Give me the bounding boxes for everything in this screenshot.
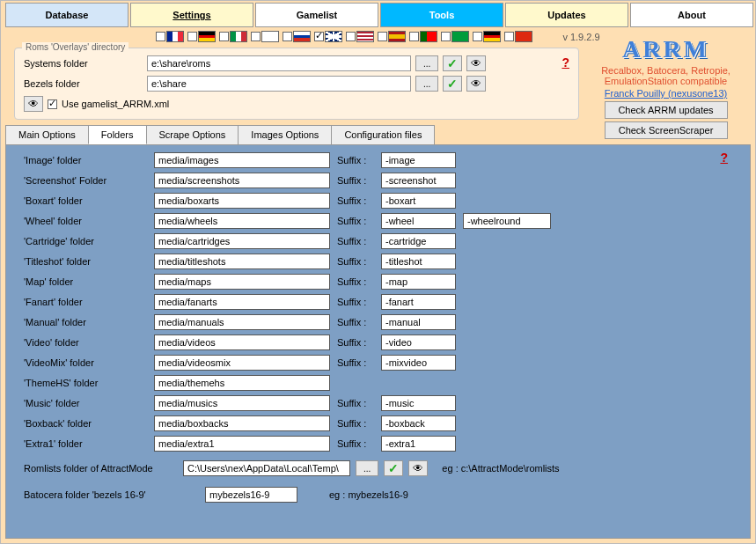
use-gamelist-checkbox[interactable] bbox=[48, 99, 57, 109]
folder-label: 'Wheel' folder bbox=[24, 216, 147, 226]
flag-jp-icon bbox=[261, 31, 279, 42]
folder-path-input[interactable] bbox=[154, 193, 330, 209]
subtab-folders[interactable]: Folders bbox=[88, 125, 147, 144]
folder-path-input[interactable] bbox=[154, 173, 330, 188]
flag-checkbox-cn[interactable] bbox=[504, 32, 514, 41]
folder-row: 'Extra1' folderSuffix : bbox=[24, 436, 741, 452]
folder-suffix-input[interactable] bbox=[381, 395, 456, 411]
flag-checkbox-us[interactable] bbox=[346, 32, 356, 41]
attractmode-browse-button[interactable]: ... bbox=[356, 460, 378, 476]
folder-suffix-input[interactable] bbox=[381, 233, 456, 249]
subtab-images-options[interactable]: Images Options bbox=[238, 125, 332, 144]
bezels-folder-input[interactable] bbox=[147, 76, 411, 92]
tab-about[interactable]: About bbox=[630, 3, 753, 27]
flag-fr-icon bbox=[166, 31, 184, 42]
flag-es-icon bbox=[388, 31, 406, 42]
folder-suffix-input[interactable] bbox=[381, 334, 456, 350]
folder-path-input[interactable] bbox=[154, 233, 330, 249]
view-xml-button[interactable] bbox=[24, 96, 43, 112]
folder-row: 'VideoMix' folderSuffix : bbox=[24, 355, 741, 371]
eye-icon bbox=[413, 462, 423, 474]
flag-de-icon bbox=[198, 31, 216, 42]
suffix-label: Suffix : bbox=[337, 256, 374, 267]
batocera-row: Batocera folder 'bezels 16-9'eg : mybeze… bbox=[24, 487, 741, 503]
folder-suffix-input[interactable] bbox=[381, 355, 456, 371]
flag-checkbox-es[interactable] bbox=[378, 32, 387, 41]
folder-suffix-input[interactable] bbox=[381, 274, 456, 290]
bezels-folder-label: Bezels folder bbox=[24, 78, 143, 89]
systems-folder-input[interactable] bbox=[147, 55, 411, 71]
folder-path-input[interactable] bbox=[154, 152, 330, 168]
folder-path-input[interactable] bbox=[154, 254, 330, 269]
tab-settings[interactable]: Settings bbox=[130, 3, 253, 27]
folder-suffix-input[interactable] bbox=[381, 436, 456, 452]
folder-label: 'Music' folder bbox=[24, 398, 147, 408]
folder-row: 'Fanart' folderSuffix : bbox=[24, 294, 741, 310]
folder-label: 'Manual' folder bbox=[24, 317, 147, 327]
flag-checkbox-br[interactable] bbox=[441, 32, 451, 41]
flag-checkbox-de[interactable] bbox=[187, 32, 197, 41]
folder-path-input[interactable] bbox=[154, 375, 330, 391]
tab-gamelist[interactable]: Gamelist bbox=[255, 3, 378, 27]
suffix-label: Suffix : bbox=[337, 155, 374, 165]
eye-icon bbox=[471, 57, 481, 70]
folder-path-input[interactable] bbox=[154, 355, 330, 371]
folder-label: 'Screenshot' Folder bbox=[24, 175, 147, 186]
arrm-subtitle: Recalbox, Batocera, Retropie, EmulationS… bbox=[598, 65, 734, 86]
attractmode-input[interactable] bbox=[183, 460, 350, 476]
folder-row: 'ThemeHS' folder bbox=[24, 375, 741, 391]
subtab-configuration-files[interactable]: Configuration files bbox=[331, 125, 435, 144]
folder-path-input[interactable] bbox=[154, 415, 330, 431]
batocera-input[interactable] bbox=[205, 487, 297, 503]
systems-view-button[interactable] bbox=[466, 55, 486, 71]
arrm-author-link[interactable]: Franck Pouilly (nexusone13) bbox=[598, 88, 734, 99]
flag-it-icon bbox=[230, 31, 247, 42]
flag-checkbox-fr[interactable] bbox=[156, 32, 165, 41]
subtab-scrape-options[interactable]: Scrape Options bbox=[146, 125, 239, 144]
check-screenscraper-button[interactable]: Check ScreenScraper bbox=[605, 121, 728, 139]
bezels-confirm-button[interactable]: ✓ bbox=[443, 76, 462, 92]
folder-label: 'Extra1' folder bbox=[24, 438, 147, 449]
folder-suffix-input[interactable] bbox=[381, 213, 456, 229]
folder-path-input[interactable] bbox=[154, 395, 330, 411]
folder-suffix-input[interactable] bbox=[381, 415, 456, 431]
folder-suffix-input[interactable] bbox=[381, 314, 456, 330]
folder-suffix-input[interactable] bbox=[381, 254, 456, 269]
folder-path-input[interactable] bbox=[154, 436, 330, 452]
folder-suffix-input[interactable] bbox=[381, 294, 456, 310]
arrm-title: ARRM bbox=[598, 35, 734, 63]
systems-confirm-button[interactable]: ✓ bbox=[443, 55, 462, 71]
folder-path-input[interactable] bbox=[154, 213, 330, 229]
suffix-label: Suffix : bbox=[337, 236, 374, 246]
folder-suffix-input[interactable] bbox=[381, 173, 456, 188]
attractmode-confirm-button[interactable]: ✓ bbox=[384, 460, 403, 476]
flag-checkbox-pt[interactable] bbox=[409, 32, 419, 41]
folders-help-icon[interactable]: ? bbox=[720, 151, 728, 165]
flag-checkbox-jp[interactable] bbox=[251, 32, 261, 41]
folder-suffix-input[interactable] bbox=[381, 152, 456, 168]
attractmode-view-button[interactable] bbox=[408, 460, 428, 476]
check-arrm-updates-button[interactable]: Check ARRM updates bbox=[605, 101, 728, 119]
bezels-view-button[interactable] bbox=[466, 76, 486, 92]
folder-path-input[interactable] bbox=[154, 294, 330, 310]
tab-database[interactable]: Database bbox=[5, 3, 128, 27]
bezels-browse-button[interactable]: ... bbox=[415, 76, 438, 92]
folder-path-input[interactable] bbox=[154, 274, 330, 290]
flag-checkbox-it[interactable] bbox=[219, 32, 229, 41]
subtab-main-options[interactable]: Main Options bbox=[5, 125, 89, 144]
help-icon[interactable]: ? bbox=[561, 55, 569, 70]
flag-checkbox-de2[interactable] bbox=[473, 32, 482, 41]
folder-extra-input[interactable] bbox=[463, 213, 551, 229]
folder-suffix-input[interactable] bbox=[381, 193, 456, 209]
flag-checkbox-ru[interactable] bbox=[283, 32, 292, 41]
folder-path-input[interactable] bbox=[154, 334, 330, 350]
folder-label: 'Titleshot' folder bbox=[24, 256, 147, 267]
folders-scroll[interactable]: 'Image' folderSuffix :'Screenshot' Folde… bbox=[6, 145, 750, 538]
folder-path-input[interactable] bbox=[154, 314, 330, 330]
flag-checkbox-uk[interactable] bbox=[314, 32, 324, 41]
tab-tools[interactable]: Tools bbox=[380, 3, 503, 27]
check-icon: ✓ bbox=[447, 77, 458, 91]
systems-browse-button[interactable]: ... bbox=[415, 55, 438, 71]
tab-updates[interactable]: Updates bbox=[505, 3, 628, 27]
suffix-label: Suffix : bbox=[337, 216, 374, 226]
